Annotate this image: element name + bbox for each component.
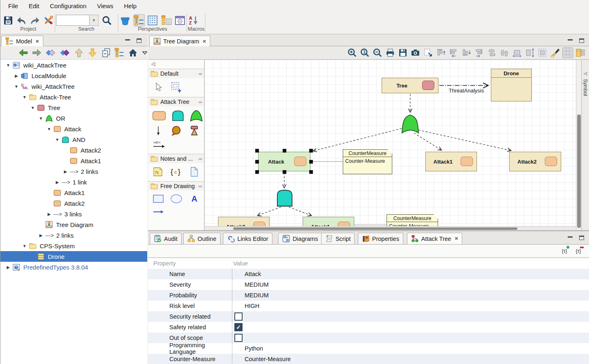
view-menu-icon[interactable] xyxy=(142,47,148,59)
model-perspective-button[interactable] xyxy=(133,14,145,27)
edge[interactable] xyxy=(289,207,311,216)
tree-item-2-links[interactable]: ▶--->2 links xyxy=(0,166,147,177)
expand-left-icon[interactable]: ◁ xyxy=(582,60,589,76)
edge[interactable] xyxy=(313,128,402,151)
window-perspective-button[interactable] xyxy=(175,14,186,27)
tree-item-attack1[interactable]: Attack1 xyxy=(0,187,147,198)
property-row-counter-measure[interactable]: Counter-MeasureCounter-Measure xyxy=(148,354,589,364)
tree-item-attack1[interactable]: Attack1 xyxy=(0,155,147,166)
collapse-icon[interactable]: ▼ xyxy=(20,95,29,99)
tree-item-or[interactable]: ▼OR xyxy=(0,113,147,124)
print-button[interactable] xyxy=(385,47,396,58)
scrollbar-thumb[interactable] xyxy=(233,227,517,230)
minimize-icon[interactable] xyxy=(568,38,573,40)
tree-item-cps-system[interactable]: ▼CPS-System xyxy=(0,240,147,251)
menu-edit[interactable]: Edit xyxy=(23,0,45,12)
palette-tool-marquee-add[interactable] xyxy=(170,81,182,93)
link-with-editor-button[interactable] xyxy=(115,47,124,59)
settings-tools-button[interactable] xyxy=(43,14,54,27)
screenshot-button[interactable] xyxy=(410,47,421,58)
previous-diagram-button[interactable] xyxy=(45,47,56,59)
collapse-icon[interactable]: ▼ xyxy=(12,84,21,89)
minimize-icon[interactable] xyxy=(568,236,573,238)
tab-script[interactable]: Script xyxy=(321,233,355,244)
edge[interactable] xyxy=(414,133,441,150)
capture-selection-button[interactable] xyxy=(423,47,434,58)
palette-tool-cursor[interactable] xyxy=(152,82,164,92)
search-icon[interactable] xyxy=(101,14,112,27)
vertical-scrollbar[interactable] xyxy=(576,60,581,230)
tree-item-attack-tree[interactable]: ▼Attack-Tree xyxy=(0,92,147,102)
next-diagram-button[interactable] xyxy=(60,47,70,59)
note-note1[interactable]: CounterMeasureCounter-Measure xyxy=(343,149,392,174)
distribute-horizontal-button[interactable] xyxy=(499,47,510,58)
collapse-section-icon[interactable]: «» xyxy=(198,71,204,76)
sort-az-macros-button[interactable]: AZ xyxy=(188,14,199,27)
format-paint-button[interactable] xyxy=(550,47,560,58)
tree-item-3-links[interactable]: ▶--->3 links xyxy=(0,209,147,219)
search-dropdown-icon[interactable]: ▼ xyxy=(90,15,99,26)
tree-item-wiki-attacktree[interactable]: ▼UMLwiki_AttackTree xyxy=(0,81,147,92)
property-row-name[interactable]: NameAttack xyxy=(148,269,589,279)
menu-file[interactable]: File xyxy=(3,0,23,12)
palette-tool-arrow[interactable] xyxy=(152,207,164,217)
property-row-safety-related[interactable]: Safety related✓ xyxy=(148,322,589,333)
tree-item-attack2[interactable]: Attack2 xyxy=(0,198,147,209)
redo-button[interactable] xyxy=(29,14,40,27)
tab-outline[interactable]: Outline xyxy=(183,233,220,244)
tree-item-and[interactable]: ▼AND xyxy=(0,134,147,145)
node-attack[interactable]: Attack xyxy=(258,152,310,171)
tab-diagrams[interactable]: Diagrams xyxy=(278,233,322,244)
property-row-risk-level[interactable]: Risk levelHIGH xyxy=(148,301,589,311)
symbol-library-button[interactable] xyxy=(575,47,586,58)
maximize-icon[interactable] xyxy=(137,38,142,43)
close-icon[interactable]: ✕ xyxy=(202,39,206,44)
diagram-canvas[interactable]: ThreatAnalysisTreeDroneAttackCounterMeas… xyxy=(205,60,576,230)
zoom-reset-button[interactable]: 1 xyxy=(360,47,370,58)
minimize-icon[interactable] xyxy=(125,38,130,40)
expand-icon[interactable]: ▶ xyxy=(36,233,45,238)
collapse-section-icon[interactable]: «» xyxy=(198,156,204,161)
edge[interactable] xyxy=(258,207,281,216)
edge[interactable] xyxy=(418,130,511,151)
grid-toggle-button[interactable] xyxy=(562,47,573,58)
palette-section-notes-and-[interactable]: Notes and ...«» xyxy=(148,154,204,163)
tab-properties[interactable]: Properties xyxy=(358,233,403,244)
expand-icon[interactable]: ▶ xyxy=(61,169,70,174)
align-top-button[interactable] xyxy=(436,47,446,58)
checkbox-unchecked[interactable] xyxy=(234,334,243,342)
palette-tool-document[interactable] xyxy=(188,166,200,177)
selection-handle[interactable] xyxy=(255,149,259,153)
zoom-in-button[interactable] xyxy=(347,47,357,58)
collapse-icon[interactable]: ▼ xyxy=(20,244,29,248)
node-drone[interactable]: Drone xyxy=(491,69,532,101)
zoom-out-button[interactable] xyxy=(372,47,383,58)
property-row-security-related[interactable]: Security related xyxy=(148,311,589,322)
palette-section-default[interactable]: Default«» xyxy=(148,69,204,78)
tree-item-localmodule[interactable]: ▶LocalModule xyxy=(0,70,147,81)
bucket-perspective-button[interactable] xyxy=(119,14,131,27)
property-row-programming-language[interactable]: Programming LanguagePython xyxy=(148,343,589,354)
palette-tool-link-down[interactable] xyxy=(152,126,164,136)
close-icon[interactable]: ✕ xyxy=(36,39,39,44)
resize-vertical-button[interactable] xyxy=(524,47,535,58)
save-button[interactable] xyxy=(3,14,14,27)
menu-configuration[interactable]: Configuration xyxy=(45,0,92,12)
node-attack2-right[interactable]: Attack2 xyxy=(509,152,561,171)
resize-horizontal-button[interactable] xyxy=(512,47,522,58)
palette-tool-at-link[interactable]: «AT» xyxy=(152,140,165,150)
collapse-icon[interactable]: ▼ xyxy=(36,116,45,121)
palette-section-attack-tree[interactable]: Attack Tree«» xyxy=(148,97,204,106)
collapse-icon[interactable]: ▼ xyxy=(45,127,54,131)
align-bottom-button[interactable] xyxy=(461,47,472,58)
collapse-section-icon[interactable]: «» xyxy=(198,184,204,189)
grid-perspective-button[interactable] xyxy=(147,14,159,27)
save-image-button[interactable] xyxy=(398,47,408,58)
tree-item-1-link[interactable]: ▶--->1 link xyxy=(0,177,147,187)
node-and-gate[interactable] xyxy=(277,189,293,207)
selection-handle[interactable] xyxy=(309,149,313,153)
node-tree[interactable]: Tree xyxy=(382,78,438,93)
node-or-gate[interactable] xyxy=(401,114,419,134)
add-type-parameter-button[interactable]: {τ} xyxy=(560,247,569,256)
menu-help[interactable]: Help xyxy=(119,0,142,12)
